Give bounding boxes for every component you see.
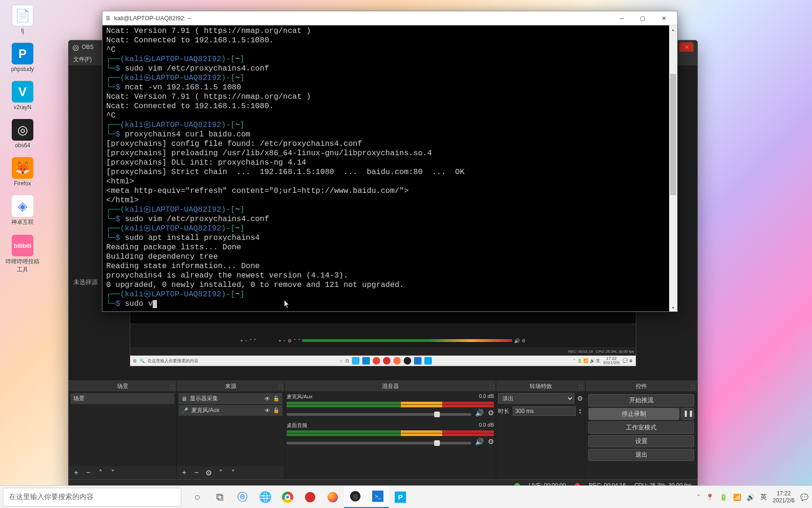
location-icon[interactable]: 📍 bbox=[706, 493, 714, 501]
mixer-header: 混音器⬚ bbox=[285, 381, 496, 391]
taskbar-chrome[interactable] bbox=[276, 486, 299, 508]
icon-label: obs64 bbox=[15, 142, 31, 149]
scene-up-button[interactable]: ˄ bbox=[96, 468, 105, 477]
desktop-icon-fj[interactable]: 📄 fj bbox=[4, 5, 41, 34]
task-view-button[interactable]: ⧉ bbox=[209, 486, 231, 508]
volume-slider[interactable] bbox=[287, 413, 471, 416]
visibility-toggle[interactable]: 👁 bbox=[265, 407, 270, 414]
scroll-down-button[interactable]: ▾ bbox=[669, 303, 677, 311]
scenes-dock: 场景⬚ 场景 + − ˄ ˅ bbox=[69, 381, 177, 479]
volume-icon[interactable]: 🔊 bbox=[747, 493, 755, 501]
sources-header: 来源⬚ bbox=[177, 381, 284, 391]
search-placeholder: 在这里输入你要搜索的内容 bbox=[9, 492, 94, 501]
exit-button[interactable]: 退出 bbox=[588, 449, 694, 461]
add-scene-button[interactable]: + bbox=[71, 468, 81, 477]
taskbar-obs[interactable]: ◎ bbox=[344, 486, 367, 508]
obs-no-source-label: 未选择源 bbox=[73, 278, 98, 286]
mini-taskbar: ⊞ 🔍 在这里输入你要搜索的内容 ○⊟ ˄ 🔋 📶 🔊 英 17:222 bbox=[130, 356, 636, 366]
source-up-button[interactable]: ˄ bbox=[216, 468, 226, 477]
taskbar-edge[interactable]: 🌐 bbox=[254, 486, 276, 508]
icon-label: Firefox bbox=[14, 180, 31, 187]
lock-toggle[interactable]: 🔓 bbox=[273, 407, 280, 413]
taskbar-terminal[interactable]: >_ bbox=[367, 486, 389, 508]
battery-icon[interactable]: 🔋 bbox=[719, 493, 727, 501]
popout-icon[interactable]: ⬚ bbox=[170, 384, 174, 389]
scenes-header: 场景⬚ bbox=[69, 381, 176, 391]
start-streaming-button[interactable]: 开始推流 bbox=[588, 394, 694, 406]
taskbar: 在这里输入你要搜索的内容 ○ ⧉ ⓔ 🌐 ◎ >_ P ˄ 📍 🔋 📶 🔊 英 … bbox=[0, 485, 812, 508]
source-settings-button[interactable]: ⚙ bbox=[204, 468, 213, 477]
gear-icon[interactable]: ⚙ bbox=[488, 437, 494, 446]
popout-icon[interactable]: ⬚ bbox=[490, 384, 494, 389]
desktop-icon-phpstudy[interactable]: P phpstudy bbox=[4, 43, 41, 72]
remove-scene-button[interactable]: − bbox=[84, 468, 93, 477]
desktop-icon-obs64[interactable]: ◎ obs64 bbox=[4, 119, 41, 149]
mixer-channel-mic: 麦克风/Aux0.0 dB 🔊 ⚙ bbox=[287, 393, 494, 417]
gear-icon[interactable]: ⚙ bbox=[488, 409, 494, 417]
mini-search: 在这里输入你要搜索的内容 bbox=[148, 358, 198, 364]
source-down-button[interactable]: ˅ bbox=[228, 468, 238, 477]
icon-label: phpstudy bbox=[11, 66, 34, 72]
cortana-button[interactable]: ○ bbox=[186, 486, 209, 508]
volume-slider[interactable] bbox=[287, 442, 471, 444]
desktop-icons: 📄 fj P phpstudy V v2rayN ◎ obs64 🦊 Firef… bbox=[4, 5, 41, 282]
taskbar-search[interactable]: 在这里输入你要搜索的内容 bbox=[3, 488, 181, 507]
taskbar-firefox[interactable] bbox=[321, 486, 344, 508]
wifi-icon[interactable]: 📶 bbox=[733, 493, 741, 501]
add-icon: + bbox=[240, 338, 243, 343]
settings-button[interactable]: 设置 bbox=[588, 435, 694, 447]
taskbar-phpstudy[interactable]: P bbox=[389, 486, 412, 508]
menu-file[interactable]: 文件(F) bbox=[73, 56, 92, 64]
speaker-icon[interactable]: 🔊 bbox=[475, 437, 484, 446]
stop-recording-button[interactable]: 停止录制 bbox=[588, 408, 679, 420]
visibility-toggle[interactable]: 👁 bbox=[265, 396, 270, 402]
speaker-icon[interactable]: 🔊 bbox=[475, 409, 484, 417]
lock-toggle[interactable]: 🔓 bbox=[273, 396, 280, 402]
terminal-window: 🗎 kali@LAPTOP-UAQ82I92: ~ ─ ▢ ✕ Ncat: Ve… bbox=[102, 11, 678, 312]
remove-source-button[interactable]: − bbox=[192, 468, 201, 477]
terminal-title: kali@LAPTOP-UAQ82I92: ~ bbox=[114, 15, 611, 22]
duration-input[interactable] bbox=[513, 406, 576, 416]
desktop-icon-bilibili[interactable]: bilibili 哔哩哔哩投稿工具 bbox=[4, 235, 41, 274]
controls-dock: 控件⬚ 开始推流 停止录制 ❚❚ 工作室模式 设置 退出 bbox=[586, 381, 697, 479]
popout-icon[interactable]: ⬚ bbox=[278, 384, 282, 389]
mixer-meter bbox=[287, 402, 494, 407]
maximize-button[interactable]: ▢ bbox=[632, 12, 653, 25]
add-source-button[interactable]: + bbox=[180, 468, 189, 477]
desktop-icon-v2rayn[interactable]: V v2rayN bbox=[4, 81, 41, 111]
minimize-button[interactable]: ─ bbox=[611, 12, 632, 25]
scroll-thumb[interactable] bbox=[670, 74, 676, 195]
transitions-header: 转场特效⬚ bbox=[496, 381, 585, 391]
source-item-mic[interactable]: 🎤 麦克风/Aux 👁 🔓 bbox=[179, 405, 282, 416]
mic-icon: 🎤 bbox=[181, 407, 188, 414]
mixer-channel-desktop: 桌面音频0.0 dB 🔊 ⚙ bbox=[287, 422, 494, 446]
obs-mini-status: REC: 00:01:16 CPU: 25.3%, 30.00 fps bbox=[130, 347, 636, 356]
scroll-up-button[interactable]: ▴ bbox=[669, 25, 677, 33]
popout-icon[interactable]: ⬚ bbox=[579, 384, 583, 389]
terminal-titlebar[interactable]: 🗎 kali@LAPTOP-UAQ82I92: ~ ─ ▢ ✕ bbox=[102, 11, 677, 25]
display-icon: 🖥 bbox=[181, 396, 187, 402]
ime-indicator[interactable]: 英 bbox=[760, 493, 767, 501]
taskbar-ie[interactable]: ⓔ bbox=[231, 486, 254, 508]
obs-mini-mixer: + − ˄ ˅ +−⚙˄˅ 🔊⚙ bbox=[238, 334, 528, 347]
mixer-dock: 混音器⬚ 麦克风/Aux0.0 dB 🔊 ⚙ 桌面音频0.0 dB bbox=[285, 381, 496, 479]
transition-select[interactable]: 淡出 bbox=[498, 393, 574, 404]
scene-down-button[interactable]: ˅ bbox=[108, 468, 117, 477]
close-button[interactable]: ✕ bbox=[653, 12, 674, 25]
pause-recording-button[interactable]: ❚❚ bbox=[681, 408, 694, 420]
scene-item[interactable]: 场景 bbox=[70, 393, 174, 404]
taskbar-clock[interactable]: 17:22 2021/2/6 bbox=[773, 490, 795, 504]
popout-icon[interactable]: ⬚ bbox=[691, 384, 695, 389]
desktop-icon-shenzhuo[interactable]: ◈ 神卓互联 bbox=[4, 195, 41, 226]
source-item-display[interactable]: 🖥 显示器采集 👁 🔓 bbox=[179, 393, 282, 404]
taskbar-opera[interactable] bbox=[299, 486, 321, 508]
desktop-icon-firefox[interactable]: 🦊 Firefox bbox=[4, 157, 41, 187]
studio-mode-button[interactable]: 工作室模式 bbox=[588, 421, 694, 434]
terminal-scrollbar[interactable]: ▴ ▾ bbox=[669, 25, 677, 311]
notifications-icon[interactable]: 💬 bbox=[800, 493, 808, 501]
gear-icon[interactable]: ⚙ bbox=[577, 395, 583, 402]
close-button[interactable]: ✕ bbox=[679, 42, 694, 52]
terminal-body[interactable]: Ncat: Version 7.91 ( https://nmap.org/nc… bbox=[102, 25, 669, 311]
duration-spinner[interactable]: ▲▼ bbox=[578, 408, 583, 414]
tray-expand-icon[interactable]: ˄ bbox=[697, 493, 700, 501]
